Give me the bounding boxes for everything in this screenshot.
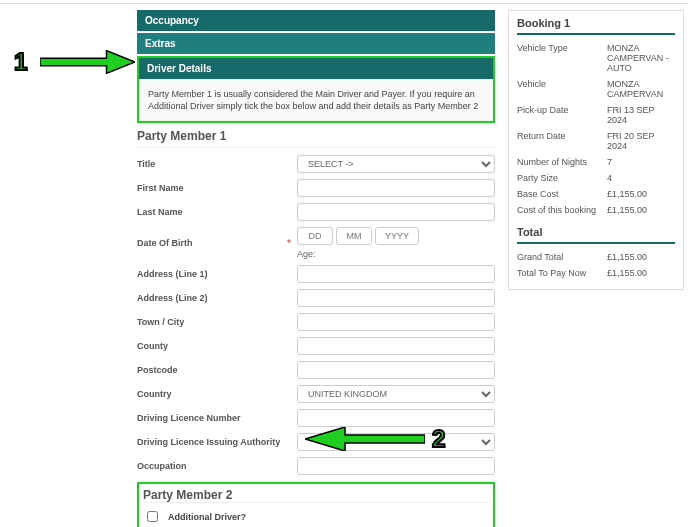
summary-value: £1,155.00 [607,205,675,215]
annotation-number-2: 2 [432,425,445,453]
summary-label: Number of Nights [517,157,607,167]
svg-marker-1 [305,427,425,451]
address2-label: Address (Line 2) [137,293,287,304]
driver-details-notice: Party Member 1 is usually considered the… [139,79,493,121]
accordion-driver-details[interactable]: Driver Details [139,58,493,79]
occupation-input[interactable] [297,457,495,475]
dob-year-input[interactable] [375,227,419,245]
summary-value: £1,155.00 [607,252,675,262]
summary-label: Party Size [517,173,607,183]
arrow-icon [305,427,425,451]
dob-day-input[interactable] [297,227,333,245]
occupation-label: Occupation [137,461,287,472]
divider [143,502,489,503]
party-member-2-highlight: Party Member 2 Additional Driver? [137,482,495,527]
total-title: Total [517,226,675,238]
summary-label: Base Cost [517,189,607,199]
summary-label: Vehicle [517,79,607,99]
booking-summary-panel: Booking 1 Vehicle TypeMONZA CAMPERVAN - … [508,10,684,290]
svg-marker-0 [40,51,135,74]
title-select[interactable]: SELECT -> [297,155,495,173]
summary-label: Cost of this booking [517,205,607,215]
summary-value: FRI 20 SEP 2024 [607,131,675,151]
county-input[interactable] [297,337,495,355]
town-input[interactable] [297,313,495,331]
summary-value: £1,155.00 [607,189,675,199]
dob-label: Date Of Birth [137,238,287,249]
annotation-number-1: 1 [14,48,27,76]
accordion-occupancy[interactable]: Occupancy [137,10,495,31]
dob-month-input[interactable] [336,227,372,245]
town-label: Town / City [137,317,287,328]
additional-driver-label: Additional Driver? [168,512,246,522]
required-icon: * [287,238,297,249]
party-member-2-heading: Party Member 2 [143,486,489,502]
country-select[interactable]: UNITED KINGDOM [297,385,495,403]
summary-value: MONZA CAMPERVAN [607,79,675,99]
address1-label: Address (Line 1) [137,269,287,280]
summary-value: MONZA CAMPERVAN - AUTO [607,43,675,73]
title-label: Title [137,159,287,170]
country-label: Country [137,389,287,400]
summary-label: Grand Total [517,252,607,262]
address1-input[interactable] [297,265,495,283]
summary-label: Total To Pay Now [517,268,607,278]
summary-value: FRI 13 SEP 2024 [607,105,675,125]
summary-label: Pick-up Date [517,105,607,125]
booking-summary-title: Booking 1 [517,17,675,29]
divider [517,242,675,244]
first-name-input[interactable] [297,179,495,197]
divider [137,147,495,148]
summary-value: 7 [607,157,675,167]
licence-authority-label: Driving Licence Issuing Authority [137,437,287,448]
summary-value: £1,155.00 [607,268,675,278]
licence-number-input[interactable] [297,409,495,427]
accordion-extras[interactable]: Extras [137,33,495,54]
first-name-label: First Name [137,183,287,194]
divider [517,33,675,35]
arrow-icon [40,50,135,74]
additional-driver-checkbox[interactable] [147,511,158,522]
address2-input[interactable] [297,289,495,307]
postcode-label: Postcode [137,365,287,376]
summary-value: 4 [607,173,675,183]
last-name-input[interactable] [297,203,495,221]
age-label: Age: [297,249,495,259]
driver-details-highlight: Driver Details Party Member 1 is usually… [137,56,495,123]
licence-number-label: Driving Licence Number [137,413,287,424]
last-name-label: Last Name [137,207,287,218]
summary-label: Return Date [517,131,607,151]
county-label: County [137,341,287,352]
summary-label: Vehicle Type [517,43,607,73]
postcode-input[interactable] [297,361,495,379]
party-member-1-heading: Party Member 1 [137,123,495,147]
